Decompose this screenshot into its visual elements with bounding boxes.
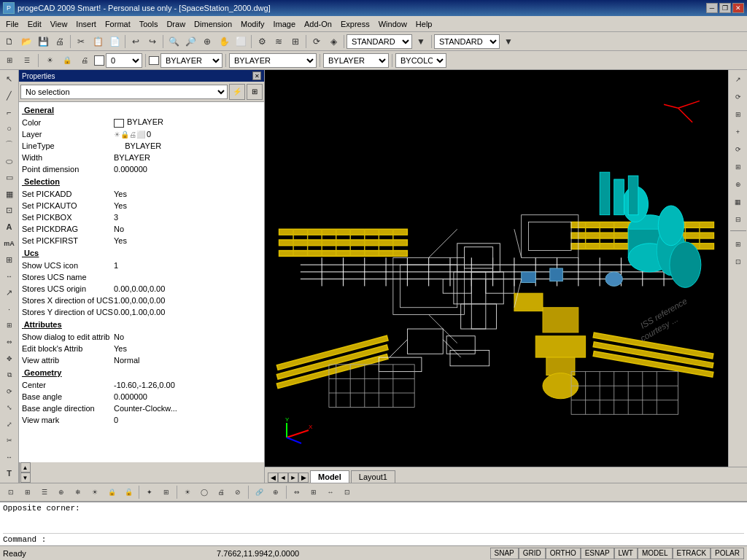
render-button[interactable]: ◈ bbox=[325, 34, 341, 50]
pan-button[interactable]: ✋ bbox=[216, 34, 232, 50]
tool-rotate[interactable]: ⟳ bbox=[1, 384, 18, 400]
baseangledir-value[interactable]: Counter-Clockw... bbox=[114, 404, 264, 413]
linetype-value[interactable]: BYLAYER bbox=[114, 141, 264, 150]
close-button[interactable]: ✕ bbox=[732, 3, 744, 13]
3d-orbit[interactable]: ⟳ bbox=[309, 34, 325, 50]
center-value[interactable]: -10.60,-1.26,0.00 bbox=[114, 381, 264, 389]
menu-view[interactable]: View bbox=[46, 18, 72, 30]
tool-hatch[interactable]: ▦ bbox=[1, 187, 18, 203]
scroll-down-btn[interactable]: ▼ bbox=[20, 472, 31, 483]
snap-btn[interactable]: SNAP bbox=[490, 548, 519, 559]
tool-copy[interactable]: ⧉ bbox=[1, 367, 18, 383]
color-combo[interactable]: BYLAYER bbox=[160, 53, 222, 68]
tool-leader[interactable]: ↗ bbox=[1, 285, 18, 301]
menu-window[interactable]: Window bbox=[374, 18, 411, 30]
etrack-btn[interactable]: ETRACK bbox=[673, 548, 711, 559]
rt-btn-6[interactable]: ⊞ bbox=[730, 159, 746, 175]
lwt-btn[interactable]: LWT bbox=[614, 548, 638, 559]
props-close-btn[interactable]: ✕ bbox=[252, 71, 261, 80]
paste-button[interactable]: 📄 bbox=[107, 34, 123, 50]
tab-prev-btn[interactable]: ◄ bbox=[278, 472, 288, 483]
plotstyle-combo[interactable]: BYCOLOR bbox=[395, 53, 446, 68]
tool-trim[interactable]: ✂ bbox=[1, 432, 18, 448]
ucsorigin-value[interactable]: 0.00,0.00,0.00 bbox=[114, 284, 264, 293]
layer-manager[interactable]: ⊞ bbox=[1, 52, 18, 69]
layer-icon2[interactable]: 🔒 bbox=[59, 52, 75, 69]
pickadd-value[interactable]: Yes bbox=[114, 190, 264, 198]
tool-text2[interactable]: T bbox=[1, 465, 18, 481]
menu-draw[interactable]: Draw bbox=[162, 18, 190, 30]
properties-button[interactable]: ⚙ bbox=[254, 34, 270, 50]
bt-all[interactable]: ⊕ bbox=[53, 484, 69, 500]
tool-move[interactable]: ✥ bbox=[1, 351, 18, 367]
design-center[interactable]: ⊞ bbox=[287, 34, 303, 50]
props-scrollbar[interactable]: ▲ ▼ bbox=[19, 462, 31, 483]
tab-next-btn[interactable]: ► bbox=[288, 472, 298, 483]
editblock-value[interactable]: Yes bbox=[114, 344, 264, 353]
tool-select[interactable]: ↖ bbox=[1, 71, 18, 88]
layer-value[interactable]: ☀🔒🖨⬜0 bbox=[114, 130, 264, 139]
bt-snap[interactable]: ⊡ bbox=[3, 484, 19, 500]
rt-btn-11[interactable]: ⊡ bbox=[730, 254, 746, 270]
tool-region[interactable]: ⊡ bbox=[1, 203, 18, 219]
cut-button[interactable]: ✂ bbox=[73, 34, 89, 50]
rt-btn-1[interactable]: ↗ bbox=[730, 71, 746, 88]
quick-select-btn[interactable]: ⚡ bbox=[229, 84, 245, 100]
menu-insert[interactable]: Insert bbox=[71, 18, 101, 30]
pickbox-value[interactable]: 3 bbox=[114, 213, 264, 222]
match-prop[interactable]: ≋ bbox=[271, 34, 287, 50]
layer-color-btn[interactable] bbox=[94, 55, 104, 66]
save-button[interactable]: 💾 bbox=[35, 34, 51, 50]
tool-point[interactable]: · bbox=[1, 301, 18, 317]
bt-freeze[interactable]: ❄ bbox=[70, 484, 86, 500]
rt-btn-8[interactable]: ▦ bbox=[730, 194, 746, 210]
tool-circle[interactable]: ○ bbox=[1, 121, 18, 137]
esnap-btn[interactable]: ESNAP bbox=[581, 548, 614, 559]
rt-btn-4[interactable]: + bbox=[730, 124, 746, 140]
pickauto-value[interactable]: Yes bbox=[114, 201, 264, 210]
zoom-window[interactable]: ⬜ bbox=[233, 34, 249, 50]
rt-btn-10[interactable]: ⊞ bbox=[730, 236, 746, 252]
open-button[interactable]: 📂 bbox=[18, 34, 34, 50]
undo-button[interactable]: ↩ bbox=[128, 34, 144, 50]
pointdim-value[interactable]: 0.000000 bbox=[114, 165, 264, 174]
visual-style-combo[interactable]: STANDARD bbox=[434, 34, 500, 49]
rt-btn-9[interactable]: ⊟ bbox=[730, 211, 746, 228]
bt-print[interactable]: 🖨 bbox=[213, 484, 229, 500]
tool-scale[interactable]: ⤡ bbox=[1, 400, 18, 416]
bt-on[interactable]: ☀ bbox=[179, 484, 196, 500]
width-value[interactable]: BYLAYER bbox=[114, 153, 264, 162]
redo-button[interactable]: ↪ bbox=[144, 34, 160, 50]
bt-thaw[interactable]: ☀ bbox=[87, 484, 103, 500]
tool-rect[interactable]: ▭ bbox=[1, 170, 18, 186]
tool-text[interactable]: A bbox=[1, 219, 18, 236]
bt-unlock[interactable]: 🔓 bbox=[120, 484, 136, 500]
bt-id[interactable]: ⊡ bbox=[339, 484, 355, 500]
viewattrib-value[interactable]: Normal bbox=[114, 356, 264, 365]
menu-edit[interactable]: Edit bbox=[23, 18, 46, 30]
menu-addon[interactable]: Add-On bbox=[300, 18, 336, 30]
named-views-combo[interactable]: STANDARD bbox=[347, 34, 412, 49]
tab-last-btn[interactable]: ▶ bbox=[298, 472, 309, 483]
bt-off[interactable]: ◯ bbox=[196, 484, 212, 500]
baseangle-value[interactable]: 0.000000 bbox=[114, 392, 264, 401]
color-value[interactable]: BYLAYER bbox=[114, 117, 264, 127]
tool-dim[interactable]: ↔ bbox=[1, 268, 18, 284]
tool-insert[interactable]: ⊞ bbox=[1, 252, 18, 268]
ucsx-value[interactable]: 1.00,0.00,0.00 bbox=[114, 296, 264, 305]
restore-button[interactable]: ❐ bbox=[719, 3, 731, 13]
zoom-fit[interactable]: ⊕ bbox=[199, 34, 215, 50]
print-button[interactable]: 🖨 bbox=[52, 34, 68, 50]
rt-btn-7[interactable]: ⊕ bbox=[730, 176, 746, 192]
bt-align[interactable]: ⊞ bbox=[306, 484, 322, 500]
view-dropdown[interactable]: ▼ bbox=[413, 34, 429, 50]
tab-first-btn[interactable]: ◀ bbox=[268, 472, 278, 483]
layer-icon3[interactable]: 🖨 bbox=[77, 52, 93, 69]
menu-file[interactable]: File bbox=[1, 18, 23, 30]
rt-btn-3[interactable]: ⊞ bbox=[730, 106, 746, 122]
bt-xref[interactable]: 🔗 bbox=[251, 484, 267, 500]
bt-layer[interactable]: ☰ bbox=[36, 484, 53, 500]
tool-mtext[interactable]: mA bbox=[1, 236, 18, 252]
lineweight-combo[interactable]: BYLAYER bbox=[323, 53, 389, 68]
tool-line[interactable]: ╱ bbox=[1, 88, 18, 104]
